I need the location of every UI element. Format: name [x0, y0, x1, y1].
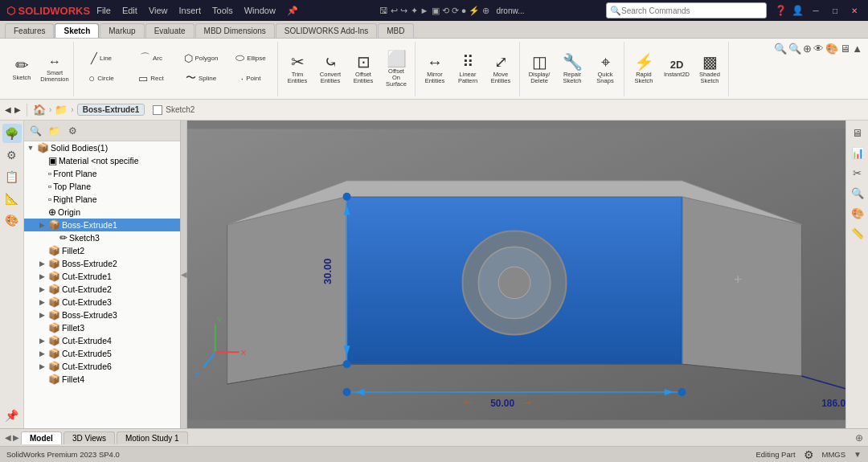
- tree-expand-origin[interactable]: [37, 207, 47, 217]
- shaded-contours-button[interactable]: ▩ ShadedSketch: [694, 48, 726, 90]
- dim-expert-icon[interactable]: 📐: [2, 189, 22, 208]
- display-delete-button[interactable]: ◫ Display/Delete: [523, 48, 555, 90]
- tree-item-cut-extrude3[interactable]: ▶📦Cut-Extrude3: [24, 296, 180, 309]
- view-icon-3[interactable]: ⊕: [803, 43, 812, 55]
- tree-item-cut-extrude5[interactable]: ▶📦Cut-Extrude5: [24, 347, 180, 360]
- smart-dimension-button[interactable]: ↔ SmartDimension: [39, 48, 71, 90]
- convert-button[interactable]: ⤿ ConvertEntities: [314, 48, 346, 90]
- right-measure-icon[interactable]: 📏: [849, 224, 866, 242]
- tree-expand-fillet2[interactable]: [37, 246, 47, 256]
- tree-expand-front-plane[interactable]: [37, 169, 47, 178]
- right-section-icon[interactable]: ✂: [849, 164, 866, 182]
- viewport[interactable]: 30.00 50.00 ← → 186.00 Y X Z +: [187, 121, 845, 428]
- panel-pin-icon[interactable]: 📌: [2, 406, 22, 425]
- spline-button[interactable]: 〜Spline: [177, 68, 225, 88]
- tree-expand-top-plane[interactable]: [37, 182, 47, 191]
- tree-expand-cut-extrude1[interactable]: ▶: [37, 272, 47, 281]
- folder-icon[interactable]: 📁: [46, 123, 62, 139]
- repair-sketch-button[interactable]: 🔧 RepairSketch: [556, 48, 588, 90]
- tab-model[interactable]: Model: [21, 431, 62, 444]
- tab-3d-views[interactable]: 3D Views: [63, 431, 115, 444]
- tree-item-origin[interactable]: ⊕Origin: [24, 206, 180, 219]
- tree-item-boss-extrude3[interactable]: ▶📦Boss-Extrude3: [24, 309, 180, 321]
- tree-item-right-plane[interactable]: ▫Right Plane: [24, 193, 180, 206]
- property-manager-icon[interactable]: ⚙: [2, 145, 22, 165]
- tree-expand-material[interactable]: [37, 156, 47, 166]
- circle-button[interactable]: ○Circle: [77, 68, 125, 88]
- tree-item-boss-extrude1[interactable]: ▶📦Boss-Extrude1: [24, 219, 180, 231]
- sketch-checkbox[interactable]: [153, 105, 162, 115]
- tree-expand-fillet3[interactable]: [37, 323, 47, 333]
- mirror-button[interactable]: ↔ MirrorEntities: [419, 48, 451, 90]
- instant2d-button[interactable]: 2D Instant2D: [661, 48, 693, 90]
- tree-item-front-plane[interactable]: ▫Front Plane: [24, 167, 180, 180]
- tree-expand-boss-extrude3[interactable]: ▶: [37, 310, 47, 320]
- tree-item-cut-extrude4[interactable]: ▶📦Cut-Extrude4: [24, 334, 180, 347]
- tree-expand-solid-bodies[interactable]: ▼: [26, 143, 35, 153]
- feature-tree-icon[interactable]: 🌳: [2, 124, 22, 143]
- user-icon[interactable]: 👤: [792, 5, 804, 16]
- rect-button[interactable]: ▭Rect: [127, 68, 175, 88]
- tree-expand-right-plane[interactable]: [37, 194, 47, 204]
- collapse-ribbon[interactable]: ▲: [852, 43, 862, 55]
- trim-button[interactable]: ✂ TrimEntities: [281, 48, 313, 90]
- tree-item-material[interactable]: ▣Material <not specifie: [24, 154, 180, 167]
- rapid-sketch-button[interactable]: ⚡ RapidSketch: [628, 48, 660, 90]
- quick-snaps-button[interactable]: ⌖ QuickSnaps: [589, 48, 621, 90]
- right-zoom-icon[interactable]: 🔍: [849, 184, 866, 202]
- scroll-right[interactable]: ▶: [13, 433, 19, 442]
- filter-icon[interactable]: 🔍: [27, 123, 43, 139]
- appearance-icon[interactable]: 🎨: [2, 211, 22, 230]
- tree-expand-fillet4[interactable]: [37, 374, 47, 384]
- tree-item-boss-extrude2[interactable]: ▶📦Boss-Extrude2: [24, 257, 180, 270]
- tab-mbd[interactable]: MBD: [378, 23, 413, 38]
- help-icon[interactable]: ❓: [775, 5, 787, 16]
- point-button[interactable]: ·Point: [227, 68, 275, 88]
- tree-item-cut-extrude2[interactable]: ▶📦Cut-Extrude2: [24, 283, 180, 296]
- tab-markup[interactable]: Markup: [100, 23, 144, 38]
- units-toggle[interactable]: ▼: [854, 450, 862, 459]
- tab-mbd-dimensions[interactable]: MBD Dimensions: [195, 23, 275, 38]
- config-manager-icon[interactable]: 📋: [2, 167, 22, 186]
- tab-addins[interactable]: SOLIDWORKS Add-Ins: [276, 23, 377, 38]
- tree-item-cut-extrude1[interactable]: ▶📦Cut-Extrude1: [24, 270, 180, 283]
- settings-icon[interactable]: ⚙: [64, 123, 80, 139]
- tree-expand-cut-extrude6[interactable]: ▶: [37, 362, 47, 371]
- search-input[interactable]: [621, 6, 718, 15]
- scroll-left[interactable]: ◀: [5, 433, 11, 442]
- tree-expand-cut-extrude2[interactable]: ▶: [37, 284, 47, 294]
- tree-item-fillet4[interactable]: 📦Fillet4: [24, 373, 180, 386]
- view-icon-6[interactable]: 🖥: [840, 43, 850, 55]
- line-button[interactable]: ╱Line: [77, 48, 125, 67]
- sketch-button[interactable]: ✏ Sketch: [6, 48, 38, 90]
- offset-surface-button[interactable]: ⬜ OffsetOnSurface: [380, 48, 412, 90]
- bc-folder-2[interactable]: 📁: [55, 104, 68, 116]
- tab-evaluate[interactable]: Evaluate: [145, 23, 194, 38]
- bc-folder-1[interactable]: 🏠: [33, 104, 46, 116]
- menu-view[interactable]: View: [149, 6, 168, 16]
- menu-file[interactable]: File: [96, 6, 111, 16]
- menu-insert[interactable]: Insert: [179, 6, 202, 16]
- tree-expand-cut-extrude4[interactable]: ▶: [37, 336, 47, 345]
- offset-button[interactable]: ⊡ OffsetEntities: [347, 48, 379, 90]
- tree-expand-cut-extrude5[interactable]: ▶: [37, 349, 47, 358]
- tree-item-solid-bodies[interactable]: ▼📦Solid Bodies(1): [24, 141, 180, 154]
- add-tab-button[interactable]: ⊕: [855, 432, 863, 444]
- minimize-button[interactable]: ─: [809, 5, 823, 16]
- ellipse-button[interactable]: ⬭Ellipse: [227, 48, 275, 67]
- tree-item-top-plane[interactable]: ▫Top Plane: [24, 180, 180, 193]
- view-icon-5[interactable]: 🎨: [825, 43, 838, 55]
- tree-item-cut-extrude6[interactable]: ▶📦Cut-Extrude6: [24, 360, 180, 373]
- polygon-button[interactable]: ⬡Polygon: [177, 48, 225, 67]
- tab-features[interactable]: Features: [5, 23, 54, 38]
- breadcrumb-back[interactable]: ◀: [5, 105, 11, 114]
- tree-expand-sketch3[interactable]: [48, 233, 58, 243]
- search-bar[interactable]: 🔍: [606, 2, 767, 18]
- panel-collapse-handle[interactable]: ◀: [181, 121, 187, 428]
- menu-tools[interactable]: Tools: [212, 6, 233, 16]
- close-button[interactable]: ✕: [847, 5, 862, 16]
- tree-item-fillet2[interactable]: 📦Fillet2: [24, 244, 180, 257]
- tab-motion-study[interactable]: Motion Study 1: [117, 431, 188, 444]
- view-icon-1[interactable]: 🔍: [774, 43, 787, 55]
- tree-item-fillet3[interactable]: 📦Fillet3: [24, 321, 180, 334]
